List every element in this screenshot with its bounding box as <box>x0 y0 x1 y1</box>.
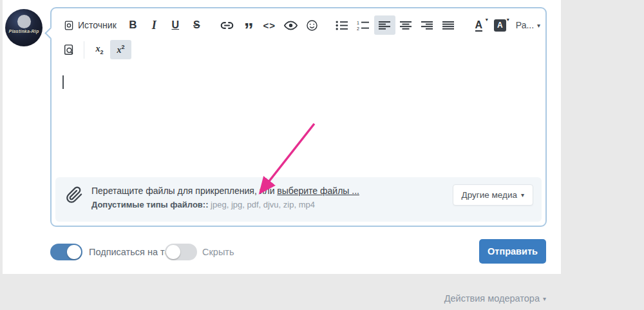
align-left-button[interactable] <box>374 15 395 35</box>
source-button[interactable]: Источник <box>58 15 122 35</box>
preview-eye-button[interactable] <box>280 15 301 35</box>
emoji-button[interactable] <box>301 15 323 35</box>
superscript-button[interactable]: x2 <box>110 40 131 59</box>
toggle-knob <box>166 245 180 259</box>
page-magnifier-icon <box>63 44 75 56</box>
align-center-button[interactable] <box>395 15 417 35</box>
link-button[interactable] <box>216 15 238 35</box>
toggle-knob <box>67 245 81 259</box>
align-right-button[interactable] <box>417 15 438 35</box>
align-center-icon <box>400 21 412 30</box>
attachment-dropzone[interactable]: Перетащите файлы для прикрепления, или в… <box>55 177 542 222</box>
editor-toolbar-row1: Источник B I U S ” <> <box>52 8 545 38</box>
other-media-button[interactable]: Другие медиа ▾ <box>453 184 533 206</box>
bold-button[interactable]: B <box>122 15 144 35</box>
avatar-username: Plastinka-Rip <box>5 29 43 34</box>
bulleted-list-icon <box>336 20 348 31</box>
underline-button[interactable]: U <box>165 15 186 35</box>
align-justify-icon <box>442 21 454 30</box>
source-label: Источник <box>78 20 117 30</box>
caret-down-icon: ▾ <box>521 191 524 199</box>
source-icon <box>64 20 74 31</box>
moderator-actions-dropdown[interactable]: Действия модератора ▾ <box>444 293 546 304</box>
avatar[interactable]: Plastinka-Rip <box>5 9 43 46</box>
align-right-icon <box>421 21 433 30</box>
caret-down-icon: ▾ <box>537 22 540 29</box>
preview-page-button[interactable] <box>58 40 79 59</box>
post-editor: Источник B I U S ” <> <box>50 7 547 227</box>
avatar-disc-label <box>17 15 31 28</box>
caret-down-icon: ▾ <box>507 17 509 23</box>
subscribe-toggle[interactable] <box>50 244 82 260</box>
strikethrough-button[interactable]: S <box>186 15 207 35</box>
italic-button[interactable]: I <box>144 15 165 35</box>
subscript-icon: x2 <box>95 44 103 55</box>
paperclip-icon <box>66 186 83 204</box>
font-size-label: Ра... <box>516 20 534 30</box>
toolbar-separator <box>84 41 84 59</box>
numbered-list-button[interactable]: 1 2 <box>353 15 374 35</box>
svg-text:2: 2 <box>357 26 359 30</box>
bg-color-icon: A <box>494 19 506 32</box>
subscript-button[interactable]: x2 <box>89 40 110 59</box>
link-icon <box>220 19 234 32</box>
align-left-icon <box>379 21 390 30</box>
font-size-dropdown[interactable]: Ра... ▾ <box>511 15 545 35</box>
editor-toolbar-row2: x2 x2 <box>52 38 545 63</box>
caret-down-icon: ▾ <box>543 295 546 302</box>
bg-color-button[interactable]: A ▾ <box>489 15 511 35</box>
eye-icon <box>284 19 298 32</box>
font-color-icon: A <box>475 19 483 32</box>
hide-toggle[interactable] <box>165 244 197 260</box>
choose-files-link[interactable]: выберите файлы ... <box>277 186 359 196</box>
smiley-icon <box>306 19 318 32</box>
code-button[interactable]: <> <box>259 15 280 35</box>
text-caret <box>62 75 64 89</box>
svg-text:1: 1 <box>357 20 359 24</box>
editor-content-area[interactable] <box>53 70 544 175</box>
font-color-button[interactable]: A ▾ <box>468 15 489 35</box>
hide-toggle-label: Скрыть <box>202 247 234 257</box>
numbered-list-icon: 1 2 <box>357 20 370 31</box>
submit-button[interactable]: Отправить <box>479 239 546 264</box>
align-justify-button[interactable] <box>438 15 459 35</box>
blockquote-button[interactable]: ” <box>238 15 259 35</box>
caret-down-icon: ▾ <box>486 17 488 23</box>
bulleted-list-button[interactable] <box>332 15 353 35</box>
superscript-icon: x2 <box>117 44 124 55</box>
